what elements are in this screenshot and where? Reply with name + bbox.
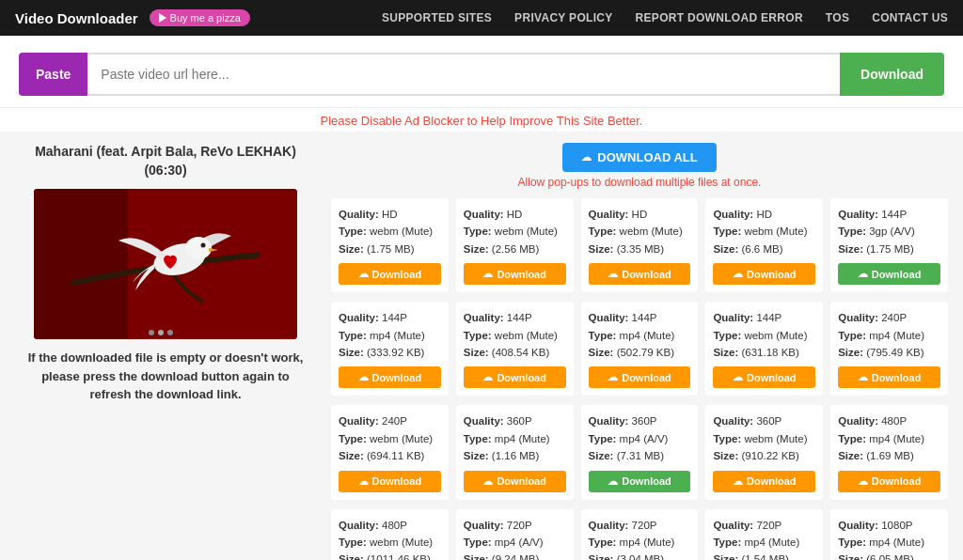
download-btn-label: Download <box>622 372 671 383</box>
download-button[interactable]: ☁ Download <box>838 263 940 285</box>
popup-message: Allow pop-ups to download multiple files… <box>331 176 948 189</box>
download-meta: Quality: 144P Type: webm (Mute) Size: (6… <box>713 309 815 361</box>
thumbnail <box>34 189 297 339</box>
download-button[interactable]: ☁ Download <box>838 366 940 388</box>
paste-button[interactable]: Paste <box>19 53 87 96</box>
download-button[interactable]: ☁ Download <box>464 366 566 388</box>
quality-label: Quality: 1080P <box>838 520 912 531</box>
right-panel: ☁ DOWNLOAD ALL Allow pop-ups to download… <box>331 143 948 560</box>
download-item: Quality: 480P Type: mp4 (Mute) Size: (1.… <box>830 405 948 499</box>
buy-pizza-button[interactable]: Buy me a pizza <box>150 9 250 26</box>
download-meta: Quality: 240P Type: webm (Mute) Size: (6… <box>339 412 441 464</box>
download-item: Quality: 720P Type: mp4 (A/V) Size: (9.2… <box>456 509 574 560</box>
download-item: Quality: HD Type: webm (Mute) Size: (3.3… <box>581 198 699 292</box>
quality-label: Quality: 720P <box>464 520 532 531</box>
download-item: Quality: 144P Type: mp4 (Mute) Size: (50… <box>581 302 699 396</box>
type-label: Type: mp4 (Mute) <box>713 537 799 548</box>
nav-tos[interactable]: TOS <box>826 11 849 24</box>
type-label: Type: webm (Mute) <box>713 433 807 444</box>
svg-rect-1 <box>34 189 128 339</box>
url-input[interactable] <box>87 53 840 96</box>
download-meta: Quality: 480P Type: mp4 (Mute) Size: (1.… <box>838 412 940 464</box>
quality-label: Quality: 144P <box>464 312 532 323</box>
quality-label: Quality: 144P <box>589 312 657 323</box>
download-meta: Quality: 1080P Type: mp4 (Mute) Size: (6… <box>838 517 940 560</box>
nav-report-error[interactable]: REPORT DOWNLOAD ERROR <box>636 11 803 24</box>
cloud-icon: ☁ <box>482 475 493 488</box>
size-label: Size: (1.54 MB) <box>713 553 789 560</box>
quality-label: Quality: HD <box>464 209 523 220</box>
main-download-button[interactable]: Download <box>840 53 944 96</box>
nav-contact-us[interactable]: CONTACT US <box>872 11 948 24</box>
size-label: Size: (1.69 MB) <box>838 450 914 461</box>
download-button[interactable]: ☁ Download <box>589 263 691 285</box>
size-label: Size: (6.05 MB) <box>838 553 914 560</box>
download-btn-label: Download <box>497 372 546 383</box>
song-title: Maharani (feat. Arpit Bala, ReVo LEKHAK)… <box>15 143 316 179</box>
download-button[interactable]: ☁ Download <box>589 366 691 388</box>
svg-point-4 <box>201 243 206 248</box>
download-item: Quality: 360P Type: mp4 (Mute) Size: (1.… <box>456 405 574 499</box>
cloud-icon: ☁ <box>482 268 493 280</box>
download-meta: Quality: 240P Type: mp4 (Mute) Size: (79… <box>838 309 940 361</box>
download-item: Quality: HD Type: webm (Mute) Size: (6.6… <box>705 198 823 292</box>
header: Video Downloader Buy me a pizza SUPPORTE… <box>0 0 963 36</box>
download-item: Quality: 1080P Type: mp4 (Mute) Size: (6… <box>830 509 948 560</box>
nav-supported-sites[interactable]: SUPPORTED SITES <box>382 11 492 24</box>
quality-label: Quality: 720P <box>713 520 781 531</box>
download-button[interactable]: ☁ Download <box>713 471 815 492</box>
size-label: Size: (795.49 KB) <box>838 347 924 358</box>
download-button[interactable]: ☁ Download <box>589 471 691 492</box>
size-label: Size: (3.35 MB) <box>589 243 665 255</box>
cloud-icon: ☁ <box>358 268 369 280</box>
download-meta: Quality: 144P Type: mp4 (Mute) Size: (50… <box>589 309 691 361</box>
cloud-icon: ☁ <box>733 475 743 488</box>
size-label: Size: (6.6 MB) <box>713 243 782 255</box>
download-button[interactable]: ☁ Download <box>339 366 441 388</box>
download-item: Quality: 144P Type: 3gp (A/V) Size: (1.7… <box>830 198 948 292</box>
download-button[interactable]: ☁ Download <box>339 263 441 285</box>
download-meta: Quality: HD Type: webm (Mute) Size: (3.3… <box>589 206 691 257</box>
type-label: Type: mp4 (A/V) <box>589 433 669 444</box>
type-label: Type: mp4 (Mute) <box>339 330 425 341</box>
type-label: Type: mp4 (A/V) <box>464 537 544 548</box>
download-all-button[interactable]: ☁ DOWNLOAD ALL <box>562 143 716 172</box>
download-button[interactable]: ☁ Download <box>339 471 441 492</box>
size-label: Size: (333.92 KB) <box>339 347 424 358</box>
download-btn-label: Download <box>872 269 922 280</box>
size-label: Size: (910.22 KB) <box>713 450 798 461</box>
type-label: Type: mp4 (Mute) <box>838 537 924 548</box>
cloud-icon: ☁ <box>733 371 743 383</box>
download-btn-label: Download <box>497 269 546 280</box>
type-label: Type: mp4 (Mute) <box>838 433 924 444</box>
download-meta: Quality: 480P Type: webm (Mute) Size: (1… <box>339 517 441 560</box>
type-label: Type: mp4 (Mute) <box>838 330 924 341</box>
quality-label: Quality: 360P <box>589 415 657 427</box>
size-label: Size: (1.16 MB) <box>464 450 540 461</box>
quality-label: Quality: 480P <box>339 520 407 531</box>
download-button[interactable]: ☁ Download <box>464 263 566 285</box>
size-label: Size: (1.75 MB) <box>838 243 914 255</box>
main-content: Maharani (feat. Arpit Bala, ReVo LEKHAK)… <box>0 132 963 560</box>
download-button[interactable]: ☁ Download <box>713 263 815 285</box>
download-btn-label: Download <box>872 475 922 487</box>
type-label: Type: webm (Mute) <box>339 433 433 444</box>
download-button[interactable]: ☁ Download <box>713 366 815 388</box>
type-label: Type: webm (Mute) <box>713 226 807 237</box>
download-btn-label: Download <box>622 475 671 487</box>
download-item: Quality: 720P Type: mp4 (Mute) Size: (3.… <box>581 509 699 560</box>
cloud-icon: ☁ <box>358 371 369 383</box>
nav-privacy-policy[interactable]: PRIVACY POLICY <box>514 11 612 24</box>
download-meta: Quality: 144P Type: webm (Mute) Size: (4… <box>464 309 566 361</box>
type-label: Type: webm (Mute) <box>464 330 558 341</box>
type-label: Type: mp4 (Mute) <box>589 330 675 341</box>
quality-label: Quality: HD <box>589 209 648 220</box>
quality-label: Quality: 240P <box>339 415 407 427</box>
download-button[interactable]: ☁ Download <box>838 471 940 492</box>
cloud-icon: ☁ <box>858 371 868 383</box>
type-label: Type: webm (Mute) <box>464 226 558 237</box>
quality-label: Quality: 360P <box>464 415 532 427</box>
download-button[interactable]: ☁ Download <box>464 471 566 492</box>
type-label: Type: mp4 (Mute) <box>589 537 675 548</box>
svg-point-5 <box>149 330 154 335</box>
